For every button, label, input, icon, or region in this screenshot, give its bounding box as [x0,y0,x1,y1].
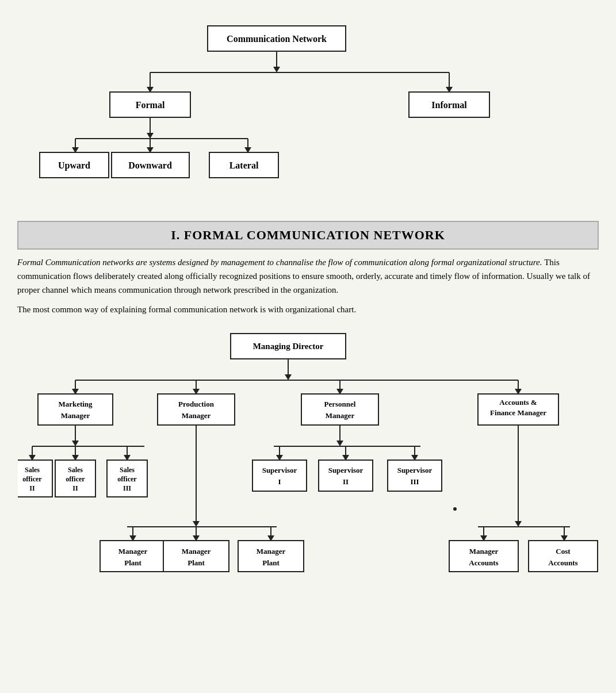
svg-text:Plant: Plant [124,558,141,567]
svg-text:officer: officer [66,475,85,483]
svg-point-101 [453,507,457,511]
svg-text:Plant: Plant [188,558,205,567]
body-text-normal-2: The most common way of explaining formal… [17,305,356,314]
section-title: I. FORMAL COMMUNICATION NETWORK [18,228,598,243]
body-paragraph-1: Formal Communication networks are system… [17,255,599,297]
manager-plant-3-label: Manager [256,547,285,556]
lateral-label: Lateral [229,160,258,170]
svg-rect-88 [388,460,442,491]
upward-label: Upward [58,160,90,171]
svg-text:Manager: Manager [181,411,211,420]
svg-text:III: III [123,484,131,492]
svg-text:Accounts: Accounts [469,558,498,567]
svg-marker-43 [72,441,79,446]
svg-rect-86 [319,460,373,491]
svg-text:I: I [278,477,281,486]
supervisor-2-label: Supervisor [328,466,363,474]
org-chart-svg: Managing Director Marketing Manager [18,328,599,650]
sales-officer-3-label: Sales [119,466,134,474]
svg-text:II: II [29,484,35,492]
svg-text:officer: officer [22,475,42,483]
svg-text:officer: officer [117,475,137,483]
body-text-italic: Formal Communication networks are system… [17,258,542,267]
svg-rect-36 [158,394,235,425]
svg-rect-34 [38,394,113,425]
supervisor-1-label: Supervisor [262,466,297,474]
svg-marker-2 [273,67,280,72]
marketing-manager-label: Marketing [58,400,93,408]
org-chart-section: Managing Director Marketing Manager [17,328,599,652]
manager-plant-1-label: Manager [118,547,147,556]
svg-text:Manager: Manager [325,411,354,420]
sales-officer-1-label: Sales [24,466,39,474]
svg-rect-84 [252,460,307,491]
manager-accounts-label: Manager [469,547,498,556]
body-paragraph-2: The most common way of explaining formal… [17,303,599,316]
formal-label: Formal [135,100,164,110]
svg-text:Plant: Plant [262,558,280,567]
cost-accounts-label: Cost [556,547,571,556]
sales-officer-2-label: Sales [67,466,82,474]
downward-label: Downward [128,160,172,170]
informal-label: Informal [431,100,467,110]
accounts-manager-label: Accounts & [499,398,537,407]
svg-rect-38 [301,394,378,425]
supervisor-3-label: Supervisor [397,466,432,474]
svg-marker-91 [515,521,522,527]
section-header: I. FORMAL COMMUNICATION NETWORK [17,221,599,250]
svg-text:Accounts: Accounts [548,558,577,567]
svg-marker-61 [193,521,200,527]
svg-text:Manager: Manager [60,411,90,420]
svg-text:II: II [72,484,78,492]
page: Communication Network Formal Informal [0,0,616,664]
svg-text:II: II [342,477,348,486]
personnel-manager-label: Personnel [324,400,355,408]
md-label: Managing Director [252,342,323,351]
svg-marker-11 [147,133,154,139]
manager-plant-2-label: Manager [181,547,211,556]
root-label: Communication Network [227,34,327,44]
top-tree-section: Communication Network Formal Informal [17,12,599,215]
svg-text:Finance Manager: Finance Manager [490,408,546,417]
svg-marker-76 [336,441,343,446]
top-tree-svg: Communication Network Formal Informal [18,17,599,201]
production-manager-label: Production [178,400,215,408]
svg-text:III: III [410,477,419,486]
svg-marker-24 [285,374,292,380]
